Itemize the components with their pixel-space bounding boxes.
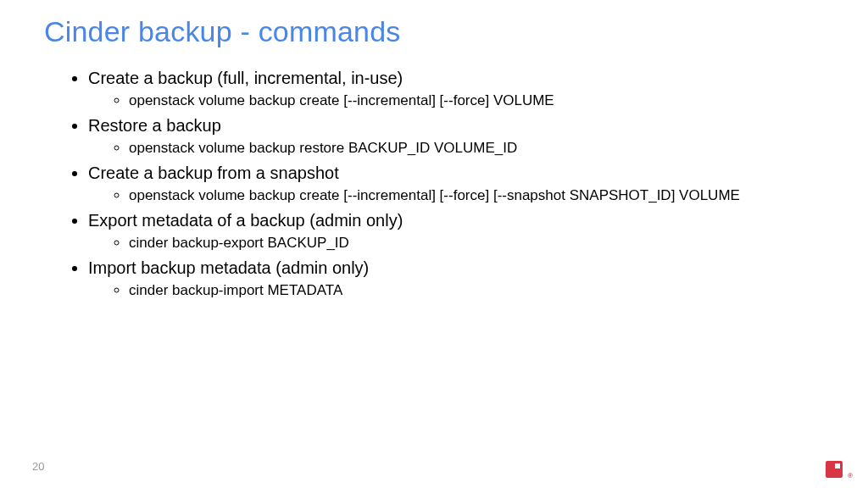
sub-list-item: openstack volume backup restore BACKUP_I… [129,139,824,158]
sub-list-item: openstack volume backup create [--increm… [129,186,824,206]
list-item-text: Export metadata of a backup (admin only) [88,211,403,230]
list-item-text: Restore a backup [88,116,221,135]
registered-mark: ® [848,472,853,480]
sub-list: cinder backup-import METADATA [88,281,824,301]
sub-list-item: openstack volume backup create [--increm… [129,92,824,111]
bullet-list: Create a backup (full, incremental, in-u… [44,67,824,301]
slide-title: Cinder backup - commands [44,15,824,48]
sub-list: cinder backup-export BACKUP_ID [88,234,824,253]
list-item-text: Create a backup (full, incremental, in-u… [88,69,403,87]
list-item: Export metadata of a backup (admin only)… [88,209,824,253]
sub-list: openstack volume backup create [--increm… [88,186,824,206]
sub-list-item: cinder backup-export BACKUP_ID [129,234,824,253]
list-item-text: Import backup metadata (admin only) [88,258,369,277]
page-number: 20 [32,460,44,473]
list-item: Import backup metadata (admin only) cind… [88,257,824,301]
brand-logo-icon [826,461,843,478]
sub-list: openstack volume backup restore BACKUP_I… [88,139,824,158]
sub-list-item: cinder backup-import METADATA [129,281,824,301]
sub-list: openstack volume backup create [--increm… [88,92,824,111]
list-item: Create a backup (full, incremental, in-u… [88,67,824,111]
list-item-text: Create a backup from a snapshot [88,164,339,182]
svg-rect-1 [835,463,840,469]
list-item: Restore a backup openstack volume backup… [88,114,824,158]
list-item: Create a backup from a snapshot openstac… [88,162,824,206]
